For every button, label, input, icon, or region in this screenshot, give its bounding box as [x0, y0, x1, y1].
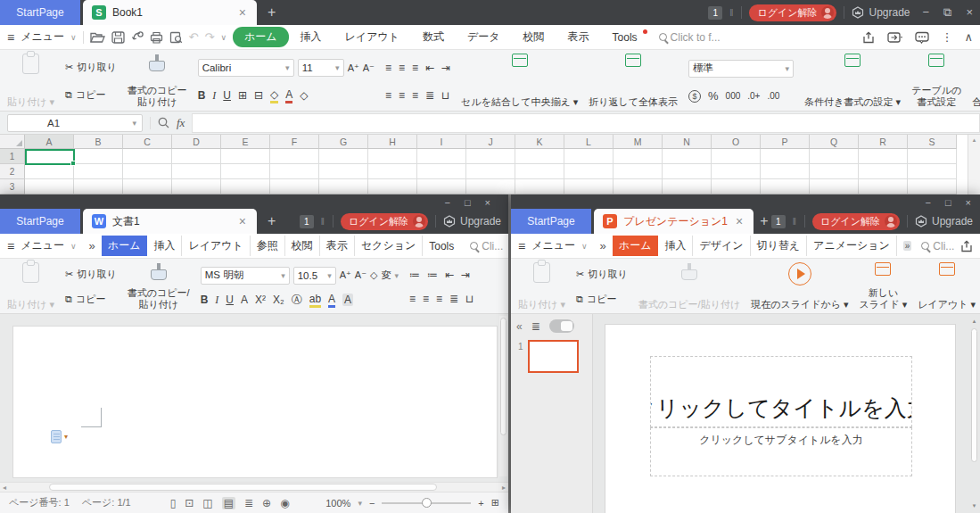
- zoom-slider-thumb[interactable]: [422, 498, 432, 508]
- document-page[interactable]: ▾: [12, 326, 498, 478]
- tab-document1[interactable]: W 文書1 ×: [83, 209, 257, 234]
- scroll-left-icon[interactable]: ◂: [3, 484, 6, 492]
- ribbon-tab[interactable]: セクション: [355, 236, 423, 256]
- close-button[interactable]: ×: [966, 197, 971, 208]
- mobile-view-icon[interactable]: ▯: [170, 497, 177, 509]
- thumbnail-toggle[interactable]: [549, 319, 574, 333]
- tab-startpage[interactable]: StartPage: [0, 209, 80, 234]
- format-painter-button[interactable]: 書式のコピー/貼り付け: [638, 262, 740, 311]
- scrollbar-thumb[interactable]: [971, 328, 977, 462]
- paste-button[interactable]: 貼り付け ▾: [7, 262, 54, 311]
- column-header[interactable]: M: [614, 135, 663, 149]
- zoom-dropdown-icon[interactable]: ▾: [358, 499, 362, 508]
- column-header[interactable]: D: [172, 135, 221, 149]
- scroll-up-icon[interactable]: ▴: [973, 318, 976, 324]
- menu-button[interactable]: メニュー: [21, 29, 64, 45]
- increase-decimal-icon[interactable]: .0+: [747, 91, 760, 101]
- more-tabs-button[interactable]: »: [903, 241, 912, 251]
- writer-horizontal-scrollbar[interactable]: ◂ ▸: [0, 482, 508, 492]
- overflow-left-icon[interactable]: »: [600, 239, 606, 252]
- wrap-text-button[interactable]: 折り返して全体表示: [589, 54, 678, 109]
- bold-button[interactable]: B: [201, 294, 209, 306]
- ribbon-tab[interactable]: Tools: [601, 29, 649, 46]
- zoom-level[interactable]: 100%: [325, 498, 350, 509]
- phonetic-guide-button[interactable]: 変▾: [381, 269, 399, 282]
- decrease-font-button[interactable]: A⁻: [355, 269, 366, 281]
- justify-icon[interactable]: ≣: [425, 89, 434, 102]
- zoom-out-button[interactable]: −: [369, 498, 375, 509]
- comment-icon[interactable]: [915, 31, 929, 44]
- eye-protection-icon[interactable]: ◉: [280, 497, 289, 509]
- character-shading-button[interactable]: A: [342, 294, 353, 306]
- clear-format-button[interactable]: ◇: [300, 89, 308, 102]
- column-header[interactable]: A: [25, 135, 74, 149]
- ribbon-tab[interactable]: ホーム: [233, 27, 289, 47]
- currency-icon[interactable]: $: [688, 90, 701, 103]
- increase-font-button[interactable]: A⁺: [340, 269, 351, 281]
- login-button[interactable]: ログイン解除: [812, 213, 900, 230]
- print-preview-button[interactable]: [169, 31, 183, 44]
- tab-list-icon[interactable]: [887, 31, 903, 44]
- font-name-select[interactable]: MS 明朝▾: [201, 267, 290, 285]
- row-header[interactable]: 3: [0, 179, 25, 194]
- search-box[interactable]: Cli...: [921, 240, 954, 252]
- align-center-icon[interactable]: ≡: [399, 89, 405, 102]
- align-center-icon[interactable]: ≡: [423, 293, 429, 305]
- ribbon-tab[interactable]: レイアウト: [334, 27, 411, 47]
- font-size-select[interactable]: 11▾: [298, 59, 344, 77]
- format-painter-button[interactable]: 書式のコピー貼り付け: [128, 54, 187, 109]
- window-count-badge[interactable]: 1: [708, 6, 722, 20]
- increase-indent-icon[interactable]: ⇥: [441, 62, 450, 74]
- cells-area[interactable]: [25, 149, 957, 194]
- hamburger-icon[interactable]: ≡: [7, 239, 14, 253]
- writer-vertical-scrollbar[interactable]: [499, 316, 507, 476]
- writer-document-area[interactable]: ▾: [0, 314, 508, 482]
- column-header[interactable]: C: [123, 135, 172, 149]
- clear-format-button[interactable]: ◇: [370, 269, 377, 281]
- number-format-select[interactable]: 標準▾: [688, 60, 794, 78]
- decrease-indent-icon[interactable]: ⇤: [445, 269, 454, 281]
- column-header[interactable]: P: [761, 135, 810, 149]
- text-effects-button[interactable]: Ⓐ: [292, 293, 302, 308]
- book-view-icon[interactable]: ◫: [202, 497, 212, 509]
- slide-layout-button[interactable]: レイアウト ▾: [918, 262, 976, 311]
- column-header[interactable]: J: [466, 135, 515, 149]
- justify-icon[interactable]: ≣: [449, 293, 458, 305]
- slide-thumbnail[interactable]: [528, 340, 579, 373]
- upgrade-button[interactable]: Upgrade: [443, 215, 501, 228]
- web-view-icon[interactable]: ⊕: [262, 497, 271, 509]
- ribbon-tab[interactable]: 数式: [411, 27, 456, 47]
- select-all-corner[interactable]: [0, 135, 25, 149]
- cut-button[interactable]: ✂切り取り: [65, 268, 117, 281]
- increase-font-button[interactable]: A⁺: [348, 62, 359, 74]
- column-header[interactable]: L: [564, 135, 614, 149]
- paste-button[interactable]: 貼り付け ▾: [7, 54, 54, 109]
- ribbon-tab[interactable]: 校閲: [285, 236, 320, 256]
- close-button[interactable]: ×: [966, 5, 973, 20]
- upgrade-button[interactable]: Upgrade: [852, 6, 910, 19]
- font-size-select[interactable]: 10.5▾: [293, 267, 336, 285]
- upgrade-button[interactable]: Upgrade: [915, 215, 973, 228]
- ribbon-tab[interactable]: レイアウト: [182, 236, 250, 256]
- hamburger-icon[interactable]: ≡: [518, 239, 525, 253]
- hamburger-icon[interactable]: ≡: [7, 30, 14, 45]
- maximize-button[interactable]: □: [465, 197, 471, 208]
- column-header[interactable]: Q: [810, 135, 859, 149]
- ribbon-tab[interactable]: 挿入: [147, 236, 182, 256]
- fullscreen-icon[interactable]: ⊡: [185, 497, 194, 509]
- search-box[interactable]: Cli...: [470, 240, 503, 252]
- increase-indent-icon[interactable]: ⇥: [461, 269, 470, 281]
- conditional-format-button[interactable]: 条件付き書式の設定 ▾: [804, 54, 901, 109]
- align-left-icon[interactable]: ≡: [409, 293, 416, 305]
- copy-button[interactable]: ⧉コピー: [65, 293, 105, 306]
- title-placeholder[interactable]: クリックしてタイトルを入力: [650, 356, 912, 427]
- ribbon-tab[interactable]: Tools: [423, 237, 460, 255]
- ribbon-tab[interactable]: ホーム: [613, 236, 659, 256]
- underline-button[interactable]: U: [223, 89, 231, 102]
- window-count-badge[interactable]: 1: [300, 215, 314, 228]
- window-count-badge[interactable]: 1: [771, 215, 786, 228]
- login-button[interactable]: ログイン解除: [341, 213, 428, 230]
- column-header[interactable]: O: [712, 135, 761, 149]
- column-header[interactable]: K: [515, 135, 564, 149]
- cell-name-box[interactable]: A1 ▾: [7, 114, 143, 132]
